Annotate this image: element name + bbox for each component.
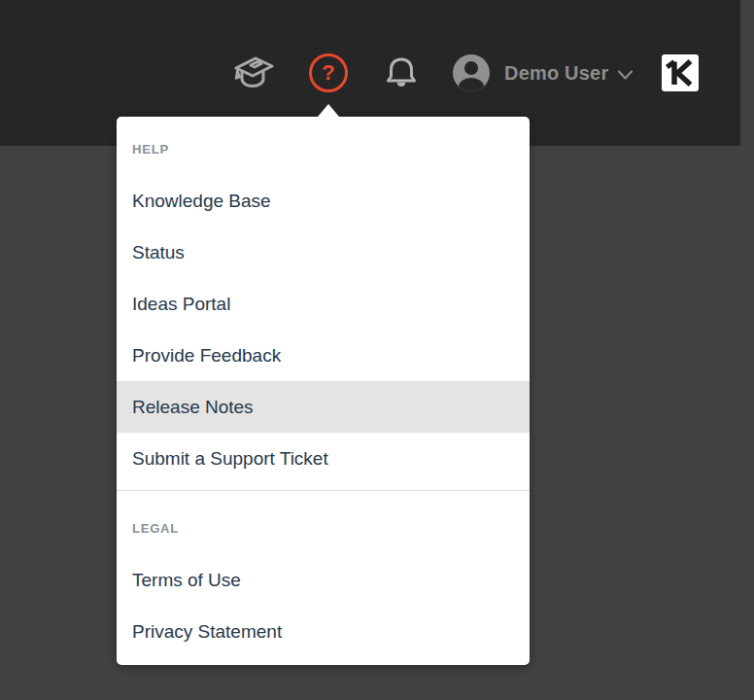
brand-logo-button[interactable] (662, 54, 699, 91)
avatar (453, 54, 490, 91)
menu-item-knowledge-base[interactable]: Knowledge Base (117, 175, 530, 227)
menu-item-provide-feedback[interactable]: Provide Feedback (117, 330, 530, 381)
k-logo-icon (665, 59, 696, 87)
avatar-head-shape (464, 61, 478, 75)
question-mark-icon: ? (322, 62, 334, 84)
menu-item-privacy-statement[interactable]: Privacy Statement (117, 606, 530, 657)
notifications-button[interactable] (381, 52, 422, 93)
academy-button[interactable] (229, 51, 278, 95)
graduation-cap-icon (229, 51, 278, 95)
menu-section-label-legal: LEGAL (117, 515, 530, 542)
menu-item-ideas-portal[interactable]: Ideas Portal (117, 278, 530, 330)
menu-item-release-notes[interactable]: Release Notes (117, 381, 530, 433)
user-menu-button[interactable]: Demo User (453, 54, 634, 91)
menu-divider (117, 490, 530, 491)
help-dropdown-menu: HELP Knowledge Base Status Ideas Portal … (117, 117, 530, 665)
menu-caret (318, 104, 339, 117)
help-button[interactable]: ? (309, 53, 348, 92)
avatar-body-shape (459, 78, 484, 91)
menu-section-label-help: HELP (117, 136, 530, 162)
bell-icon (381, 52, 422, 93)
menu-item-status[interactable]: Status (117, 227, 530, 278)
menu-item-submit-support-ticket[interactable]: Submit a Support Ticket (117, 433, 530, 484)
menu-item-terms-of-use[interactable]: Terms of Use (117, 554, 530, 606)
user-name-label: Demo User (504, 62, 608, 85)
chevron-down-icon (617, 69, 634, 81)
